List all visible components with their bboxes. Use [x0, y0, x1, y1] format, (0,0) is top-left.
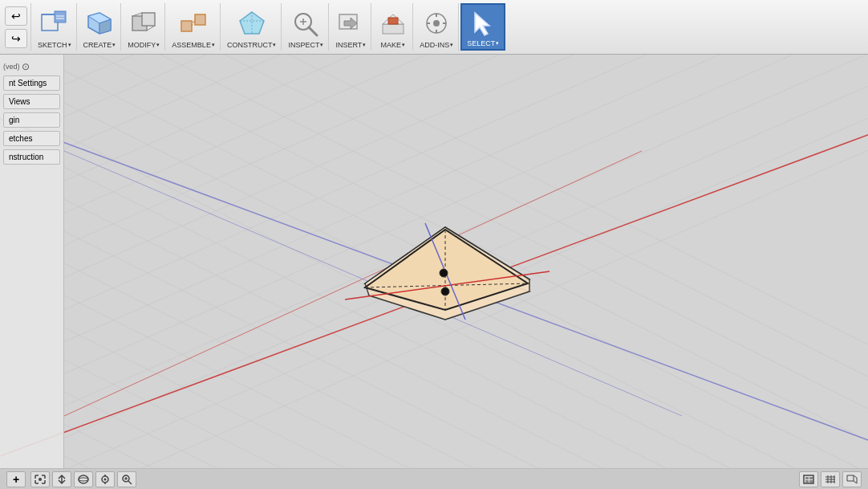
panel-close-icon[interactable]: ⊙ — [22, 61, 30, 72]
toolbar-insert[interactable]: INSERT ▾ — [331, 3, 371, 51]
look-at-button[interactable] — [95, 471, 115, 487]
svg-rect-28 — [388, 18, 398, 24]
orbit-button[interactable] — [74, 471, 93, 487]
svg-marker-35 — [475, 13, 489, 35]
inspect-icon-area — [291, 5, 320, 41]
svg-rect-26 — [383, 24, 404, 34]
panel-item-construction[interactable]: nstruction — [3, 149, 60, 165]
construct-label: CONSTRUCT ▾ — [227, 41, 277, 49]
svg-point-89 — [440, 269, 448, 277]
fit-view-button[interactable] — [30, 471, 50, 487]
svg-line-13 — [147, 26, 155, 31]
view-controls-group — [799, 471, 862, 487]
svg-point-95 — [104, 478, 107, 480]
main-toolbar: ↩ ↪ SKETCH ▾ — [0, 0, 868, 55]
grid-canvas — [0, 55, 868, 489]
svg-rect-14 — [181, 21, 192, 31]
viewport[interactable]: (ved) ⊙ nt Settings Views gin etches nst… — [0, 55, 868, 489]
svg-line-118 — [854, 481, 857, 483]
svg-rect-2 — [55, 11, 66, 22]
assemble-icon-area — [179, 5, 208, 41]
svg-rect-104 — [809, 477, 813, 479]
toolbar-assemble[interactable]: ASSEMBLE ▾ — [167, 3, 221, 51]
make-icon-area — [379, 5, 408, 41]
view-cube-button[interactable] — [842, 471, 862, 487]
construct-icon-area — [237, 5, 266, 41]
addins-icon-area — [422, 5, 451, 41]
modify-icon-area — [129, 5, 158, 41]
panel-title: (ved) ⊙ — [3, 61, 60, 72]
svg-rect-106 — [809, 480, 813, 483]
toolbar-sketch[interactable]: SKETCH ▾ — [33, 3, 77, 51]
select-label: SELECT ▾ — [467, 39, 499, 47]
zoom-button[interactable] — [117, 471, 136, 487]
sketch-label: SKETCH ▾ — [38, 41, 71, 49]
grid-settings-button[interactable] — [821, 471, 840, 487]
display-settings-button[interactable] — [799, 471, 818, 487]
toolbar-construct[interactable]: CONSTRUCT ▾ — [222, 3, 282, 51]
insert-label: INSERT ▾ — [335, 41, 366, 49]
panel-item-settings[interactable]: nt Settings — [3, 75, 60, 91]
create-label: CREATE ▾ — [83, 41, 116, 49]
add-view-button[interactable]: + — [6, 471, 26, 487]
sketch-icon-area — [40, 5, 69, 41]
panel-item-sketches[interactable]: etches — [3, 131, 60, 146]
toolbar-select[interactable]: SELECT ▾ — [460, 3, 505, 51]
svg-point-30 — [433, 20, 440, 26]
toolbar-make[interactable]: MAKE ▾ — [373, 3, 413, 51]
navigation-group — [30, 471, 136, 487]
svg-point-90 — [441, 287, 449, 295]
toolbar-create[interactable]: CREATE ▾ — [79, 3, 122, 51]
panel-item-origin[interactable]: gin — [3, 112, 60, 128]
toolbar-addins[interactable]: ADD-INS ▾ — [415, 3, 459, 51]
toolbar-inspect[interactable]: INSPECT ▾ — [283, 3, 329, 51]
undo-redo-group: ↩ ↪ — [2, 3, 31, 51]
create-icon-area — [85, 5, 114, 41]
select-icon-area — [468, 6, 497, 39]
svg-rect-105 — [805, 480, 809, 483]
redo-button[interactable]: ↪ — [5, 29, 27, 48]
svg-line-114 — [854, 475, 857, 478]
svg-rect-15 — [195, 14, 205, 25]
make-label: MAKE ▾ — [380, 41, 405, 49]
insert-icon-area — [336, 5, 365, 41]
left-panel: (ved) ⊙ nt Settings Views gin etches nst… — [0, 55, 64, 489]
toolbar-modify[interactable]: MODIFY ▾ — [123, 3, 165, 51]
undo-button[interactable]: ↩ — [5, 6, 27, 26]
svg-point-92 — [79, 475, 88, 483]
pan-button[interactable] — [52, 471, 71, 487]
assemble-label: ASSEMBLE ▾ — [172, 41, 215, 49]
svg-point-93 — [79, 478, 88, 481]
bottom-toolbar: + — [0, 468, 868, 489]
addins-label: ADD-INS ▾ — [420, 41, 453, 49]
inspect-label: INSPECT ▾ — [288, 41, 323, 49]
panel-item-views[interactable]: Views — [3, 94, 60, 109]
svg-rect-11 — [142, 13, 155, 26]
svg-point-91 — [39, 478, 42, 481]
svg-line-99 — [128, 481, 132, 484]
svg-rect-103 — [805, 477, 809, 479]
modify-label: MODIFY ▾ — [128, 41, 160, 49]
svg-line-21 — [309, 27, 317, 35]
